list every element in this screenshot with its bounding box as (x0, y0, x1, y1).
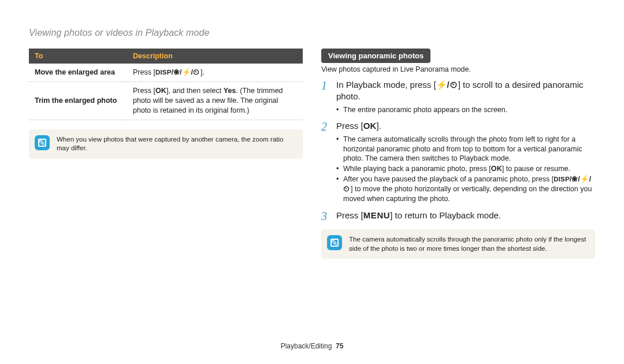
table-row: Trim the enlarged photo Press [OK], and … (29, 81, 303, 120)
text: ] to return to Playback mode. (390, 210, 501, 220)
step-2-sub: After you have paused the playback of a … (336, 174, 595, 204)
step-3: Press [MENU] to return to Playback mode. (321, 210, 595, 221)
page-number: 75 (336, 342, 343, 350)
menu-key: MENU (363, 210, 391, 221)
ok-key: OK (363, 120, 377, 132)
text: Press [ (133, 68, 155, 76)
right-column: Viewing panoramic photos View photos cap… (321, 49, 595, 364)
footer-section: Playback/Editing (281, 342, 332, 350)
steps-list: In Playback mode, press [⚡/⏲] to scroll … (321, 79, 595, 221)
step-2: Press [OK]. The camera automatically scr… (321, 120, 595, 203)
step-1: In Playback mode, press [⚡/⏲] to scroll … (321, 79, 595, 114)
table-header-to: To (29, 49, 127, 64)
disp-key: DISP (554, 175, 570, 184)
section-subtext: View photos captured in Live Panorama mo… (321, 65, 595, 73)
note-text: The camera automatically scrolls through… (349, 235, 588, 253)
page-footer: Playback/Editing 75 (0, 342, 624, 350)
section-heading: Viewing panoramic photos (321, 49, 430, 63)
row-to: Move the enlarged area (29, 64, 127, 81)
text: ]. (377, 121, 381, 131)
step-2-sub: While playing back a panoramic photo, pr… (336, 164, 595, 174)
nav-symbols: /❀/⚡/⏲ (172, 68, 200, 76)
step-1-sub: The entire panoramic photo appears on th… (336, 105, 595, 115)
text: ], and then select (166, 87, 224, 95)
text: After you have paused the playback of a … (343, 175, 554, 183)
text: Press [ (336, 121, 363, 131)
page-title: Viewing photos or videos in Playback mod… (29, 28, 595, 38)
note-icon (327, 235, 342, 250)
step-2-sub: The camera automatically scrolls through… (336, 135, 595, 164)
nav-symbols: ⚡/⏲ (436, 80, 458, 90)
actions-table: To Description Move the enlarged area Pr… (29, 49, 303, 120)
note-text: When you view photos that were captured … (57, 135, 296, 153)
row-to: Trim the enlarged photo (29, 81, 127, 120)
text: ] to move the photo horizontally or vert… (343, 185, 592, 203)
note-box: The camera automatically scrolls through… (321, 229, 595, 259)
table-row: Move the enlarged area Press [DISP/❀/⚡/⏲… (29, 64, 303, 81)
text: ] to pause or resume. (502, 165, 570, 173)
note-box: When you view photos that were captured … (29, 129, 303, 159)
left-column: To Description Move the enlarged area Pr… (29, 49, 303, 364)
text: Press [ (133, 87, 155, 95)
text: Press [ (336, 210, 363, 220)
ok-key: OK (491, 164, 502, 174)
ok-key: OK (155, 86, 166, 96)
text: While playing back a panoramic photo, pr… (343, 165, 491, 173)
row-desc: Press [DISP/❀/⚡/⏲]. (127, 64, 303, 81)
text: ]. (200, 68, 205, 76)
table-header-description: Description (127, 49, 303, 64)
note-icon (35, 135, 50, 150)
disp-key: DISP (155, 68, 172, 77)
yes-label: Yes (224, 87, 236, 95)
text: In Playback mode, press [ (336, 80, 436, 90)
row-desc: Press [OK], and then select Yes. (The tr… (127, 81, 303, 120)
